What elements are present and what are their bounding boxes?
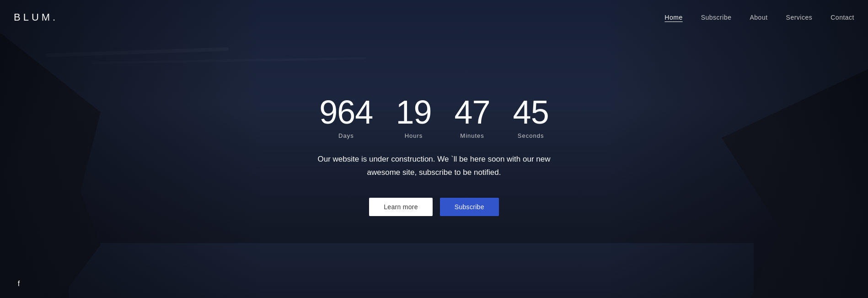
main-content: 964 Days 19 Hours 47 Minutes 45 Seconds … — [0, 0, 868, 298]
nav-item-subscribe[interactable]: Subscribe — [701, 13, 732, 22]
days-value: 964 — [319, 96, 373, 129]
subscribe-button[interactable]: Subscribe — [440, 198, 499, 216]
countdown-hours: 19 Hours — [396, 96, 431, 139]
nav-link-about[interactable]: About — [750, 14, 767, 21]
description-line1: Our website is under construction. We `l… — [318, 155, 551, 163]
nav-item-contact[interactable]: Contact — [830, 13, 854, 22]
nav-item-home[interactable]: Home — [664, 13, 682, 22]
page-wrapper: BLUM. Home Subscribe About Services Cont… — [0, 0, 868, 298]
nav-item-services[interactable]: Services — [786, 13, 813, 22]
brand-logo: BLUM. — [14, 11, 58, 23]
hours-value: 19 — [396, 96, 431, 129]
nav-link-contact[interactable]: Contact — [830, 14, 854, 21]
nav-link-home[interactable]: Home — [664, 14, 682, 21]
button-group: Learn more Subscribe — [369, 198, 499, 216]
learn-more-button[interactable]: Learn more — [369, 198, 433, 216]
nav-link-subscribe[interactable]: Subscribe — [701, 14, 732, 21]
description-line2: awesome site, subscribe to be notified. — [367, 168, 501, 177]
hours-label: Hours — [405, 132, 423, 139]
social-bar: f — [14, 279, 24, 289]
nav-links: Home Subscribe About Services Contact — [664, 13, 854, 22]
seconds-value: 45 — [513, 96, 549, 129]
description-text: Our website is under construction. We `l… — [318, 153, 551, 179]
countdown-timer: 964 Days 19 Hours 47 Minutes 45 Seconds — [319, 96, 548, 139]
countdown-days: 964 Days — [319, 96, 373, 139]
nav-item-about[interactable]: About — [750, 13, 767, 22]
facebook-icon[interactable]: f — [14, 279, 24, 289]
seconds-label: Seconds — [518, 132, 544, 139]
navbar: BLUM. Home Subscribe About Services Cont… — [0, 0, 868, 34]
minutes-label: Minutes — [460, 132, 484, 139]
countdown-seconds: 45 Seconds — [513, 96, 549, 139]
nav-link-services[interactable]: Services — [786, 14, 813, 21]
days-label: Days — [338, 132, 354, 139]
countdown-minutes: 47 Minutes — [455, 96, 490, 139]
minutes-value: 47 — [455, 96, 490, 129]
